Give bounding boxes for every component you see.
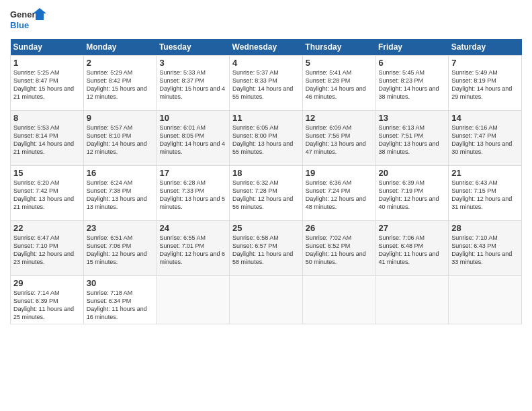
calendar-cell (157, 276, 230, 324)
calendar-cell: 7Sunrise: 5:49 AMSunset: 8:19 PMDaylight… (449, 56, 522, 111)
cell-info: Sunrise: 6:51 AMSunset: 7:06 PMDaylight:… (87, 234, 147, 265)
main-container: General Blue SundayMondayTuesdayWednesda… (0, 0, 532, 331)
calendar-week-row: 15Sunrise: 6:20 AMSunset: 7:42 PMDayligh… (11, 166, 522, 221)
logo-svg: General Blue (10, 7, 47, 34)
calendar-cell: 5Sunrise: 5:41 AMSunset: 8:28 PMDaylight… (302, 56, 375, 111)
cell-info: Sunrise: 5:33 AMSunset: 8:37 PMDaylight:… (159, 69, 225, 100)
day-number: 27 (379, 223, 446, 233)
calendar-cell: 9Sunrise: 5:57 AMSunset: 8:10 PMDaylight… (83, 111, 157, 166)
calendar-cell (449, 276, 522, 324)
day-number: 25 (232, 223, 300, 233)
cell-info: Sunrise: 5:45 AMSunset: 8:23 PMDaylight:… (379, 69, 439, 100)
day-number: 1 (13, 58, 81, 68)
day-number: 5 (306, 58, 373, 68)
calendar-day-header: Friday (375, 39, 449, 56)
calendar-cell: 26Sunrise: 7:02 AMSunset: 6:52 PMDayligh… (302, 221, 375, 276)
calendar-cell: 23Sunrise: 6:51 AMSunset: 7:06 PMDayligh… (83, 221, 157, 276)
calendar-cell: 12Sunrise: 6:09 AMSunset: 7:56 PMDayligh… (302, 111, 375, 166)
cell-info: Sunrise: 6:32 AMSunset: 7:28 PMDaylight:… (232, 179, 293, 210)
header: General Blue (10, 7, 522, 34)
calendar-cell: 16Sunrise: 6:24 AMSunset: 7:38 PMDayligh… (83, 166, 157, 221)
calendar-day-header: Saturday (449, 39, 522, 56)
cell-info: Sunrise: 7:02 AMSunset: 6:52 PMDaylight:… (306, 234, 366, 265)
calendar-cell: 18Sunrise: 6:32 AMSunset: 7:28 PMDayligh… (230, 166, 303, 221)
calendar-week-row: 8Sunrise: 5:53 AMSunset: 8:14 PMDaylight… (11, 111, 522, 166)
calendar-cell: 27Sunrise: 7:06 AMSunset: 6:48 PMDayligh… (375, 221, 449, 276)
cell-info: Sunrise: 7:18 AMSunset: 6:34 PMDaylight:… (87, 289, 147, 320)
cell-info: Sunrise: 6:13 AMSunset: 7:51 PMDaylight:… (379, 124, 439, 155)
calendar-day-header: Thursday (302, 39, 375, 56)
calendar-header-row: SundayMondayTuesdayWednesdayThursdayFrid… (11, 39, 522, 56)
cell-info: Sunrise: 6:55 AMSunset: 7:01 PMDaylight:… (159, 234, 225, 265)
cell-info: Sunrise: 6:39 AMSunset: 7:19 PMDaylight:… (379, 179, 439, 210)
cell-info: Sunrise: 6:16 AMSunset: 7:47 PMDaylight:… (451, 124, 512, 155)
cell-info: Sunrise: 6:01 AMSunset: 8:05 PMDaylight:… (159, 124, 225, 155)
day-number: 14 (451, 113, 519, 123)
day-number: 26 (306, 223, 373, 233)
calendar-cell (375, 276, 449, 324)
calendar-cell: 6Sunrise: 5:45 AMSunset: 8:23 PMDaylight… (375, 56, 449, 111)
calendar-cell: 15Sunrise: 6:20 AMSunset: 7:42 PMDayligh… (11, 166, 84, 221)
cell-info: Sunrise: 7:10 AMSunset: 6:43 PMDaylight:… (451, 234, 512, 265)
day-number: 16 (87, 168, 154, 178)
cell-info: Sunrise: 5:41 AMSunset: 8:28 PMDaylight:… (306, 69, 366, 100)
calendar-cell: 1Sunrise: 5:25 AMSunset: 8:47 PMDaylight… (11, 56, 84, 111)
calendar-day-header: Wednesday (230, 39, 303, 56)
day-number: 9 (87, 113, 154, 123)
day-number: 4 (232, 58, 300, 68)
cell-info: Sunrise: 6:28 AMSunset: 7:33 PMDaylight:… (159, 179, 225, 210)
day-number: 12 (306, 113, 373, 123)
calendar-week-row: 1Sunrise: 5:25 AMSunset: 8:47 PMDaylight… (11, 56, 522, 111)
calendar-day-header: Monday (83, 39, 157, 56)
cell-info: Sunrise: 5:49 AMSunset: 8:19 PMDaylight:… (451, 69, 512, 100)
day-number: 28 (451, 223, 519, 233)
calendar-cell: 14Sunrise: 6:16 AMSunset: 7:47 PMDayligh… (449, 111, 522, 166)
day-number: 24 (159, 223, 226, 233)
day-number: 17 (159, 168, 226, 178)
calendar-cell: 22Sunrise: 6:47 AMSunset: 7:10 PMDayligh… (11, 221, 84, 276)
logo: General Blue (10, 7, 47, 34)
calendar-week-row: 29Sunrise: 7:14 AMSunset: 6:39 PMDayligh… (11, 276, 522, 324)
day-number: 30 (87, 278, 154, 288)
svg-text:Blue: Blue (10, 20, 29, 30)
calendar-cell: 21Sunrise: 6:43 AMSunset: 7:15 PMDayligh… (449, 166, 522, 221)
cell-info: Sunrise: 7:06 AMSunset: 6:48 PMDaylight:… (379, 234, 439, 265)
calendar-cell: 13Sunrise: 6:13 AMSunset: 7:51 PMDayligh… (375, 111, 449, 166)
cell-info: Sunrise: 5:53 AMSunset: 8:14 PMDaylight:… (13, 124, 74, 155)
cell-info: Sunrise: 6:43 AMSunset: 7:15 PMDaylight:… (451, 179, 512, 210)
calendar-cell: 25Sunrise: 6:58 AMSunset: 6:57 PMDayligh… (230, 221, 303, 276)
calendar-week-row: 22Sunrise: 6:47 AMSunset: 7:10 PMDayligh… (11, 221, 522, 276)
cell-info: Sunrise: 5:57 AMSunset: 8:10 PMDaylight:… (87, 124, 147, 155)
calendar-cell: 8Sunrise: 5:53 AMSunset: 8:14 PMDaylight… (11, 111, 84, 166)
calendar-cell: 11Sunrise: 6:05 AMSunset: 8:00 PMDayligh… (230, 111, 303, 166)
day-number: 11 (232, 113, 300, 123)
cell-info: Sunrise: 6:36 AMSunset: 7:24 PMDaylight:… (306, 179, 366, 210)
cell-info: Sunrise: 7:14 AMSunset: 6:39 PMDaylight:… (13, 289, 74, 320)
day-number: 15 (13, 168, 81, 178)
day-number: 2 (87, 58, 154, 68)
cell-info: Sunrise: 6:47 AMSunset: 7:10 PMDaylight:… (13, 234, 74, 265)
cell-info: Sunrise: 6:58 AMSunset: 6:57 PMDaylight:… (232, 234, 293, 265)
day-number: 21 (451, 168, 519, 178)
day-number: 22 (13, 223, 81, 233)
calendar-day-header: Sunday (11, 39, 84, 56)
calendar-body: 1Sunrise: 5:25 AMSunset: 8:47 PMDaylight… (11, 56, 522, 324)
calendar-cell: 19Sunrise: 6:36 AMSunset: 7:24 PMDayligh… (302, 166, 375, 221)
cell-info: Sunrise: 6:05 AMSunset: 8:00 PMDaylight:… (232, 124, 293, 155)
day-number: 3 (159, 58, 226, 68)
cell-info: Sunrise: 6:09 AMSunset: 7:56 PMDaylight:… (306, 124, 366, 155)
calendar-cell: 10Sunrise: 6:01 AMSunset: 8:05 PMDayligh… (157, 111, 230, 166)
calendar-cell: 4Sunrise: 5:37 AMSunset: 8:33 PMDaylight… (230, 56, 303, 111)
calendar-cell: 30Sunrise: 7:18 AMSunset: 6:34 PMDayligh… (83, 276, 157, 324)
cell-info: Sunrise: 6:20 AMSunset: 7:42 PMDaylight:… (13, 179, 74, 210)
calendar-cell: 20Sunrise: 6:39 AMSunset: 7:19 PMDayligh… (375, 166, 449, 221)
day-number: 6 (379, 58, 446, 68)
calendar-cell: 29Sunrise: 7:14 AMSunset: 6:39 PMDayligh… (11, 276, 84, 324)
calendar-cell: 28Sunrise: 7:10 AMSunset: 6:43 PMDayligh… (449, 221, 522, 276)
calendar-cell: 17Sunrise: 6:28 AMSunset: 7:33 PMDayligh… (157, 166, 230, 221)
calendar-cell: 3Sunrise: 5:33 AMSunset: 8:37 PMDaylight… (157, 56, 230, 111)
calendar-cell (230, 276, 303, 324)
calendar-cell (302, 276, 375, 324)
cell-info: Sunrise: 5:29 AMSunset: 8:42 PMDaylight:… (87, 69, 147, 100)
calendar-day-header: Tuesday (157, 39, 230, 56)
